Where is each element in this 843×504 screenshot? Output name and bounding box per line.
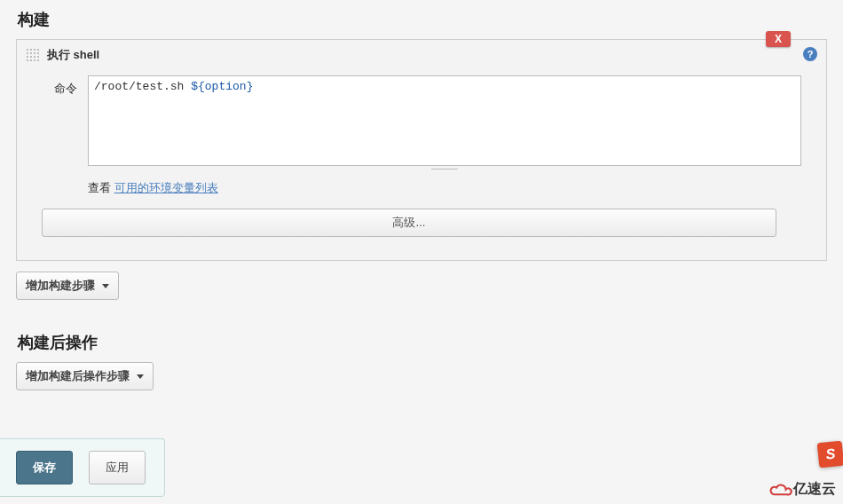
hint-prefix: 查看 [88, 181, 114, 194]
add-post-build-step-label: 增加构建后操作步骤 [26, 368, 130, 384]
save-bar: 保存 应用 [0, 438, 165, 497]
build-step-title: 执行 shell [47, 47, 99, 63]
env-vars-link[interactable]: 可用的环境变量列表 [114, 181, 218, 194]
brand-text: 亿速云 [793, 480, 836, 499]
command-input[interactable]: /root/test.sh ${option} [88, 75, 801, 166]
command-text-plain: /root/test.sh [94, 80, 191, 93]
command-label: 命令 [42, 75, 77, 97]
add-build-step-dropdown[interactable]: 增加构建步骤 [16, 272, 119, 300]
command-row: 命令 /root/test.sh ${option} [42, 75, 801, 166]
add-build-step-label: 增加构建步骤 [26, 278, 95, 294]
advanced-button[interactable]: 高级... [42, 209, 776, 237]
build-section-title: 构建 [0, 0, 843, 39]
chevron-down-icon [137, 374, 144, 379]
chevron-down-icon [102, 284, 109, 288]
apply-button[interactable]: 应用 [89, 451, 146, 484]
cloud-icon [768, 483, 790, 497]
page-root: 构建 X 执行 shell ? 命令 /root/test.sh ${optio… [0, 0, 843, 390]
command-text-variable: ${option} [191, 80, 253, 93]
build-section-body: X 执行 shell ? 命令 /root/test.sh ${option} … [16, 39, 827, 261]
save-button[interactable]: 保存 [16, 451, 73, 484]
brand-logo[interactable]: 亿速云 [768, 480, 836, 499]
textarea-resize-handle[interactable] [88, 166, 801, 171]
help-icon[interactable]: ? [803, 47, 817, 61]
post-build-section-title: 构建后操作 [0, 323, 843, 362]
floating-badge[interactable]: S [817, 441, 843, 469]
build-step-shell: X 执行 shell ? 命令 /root/test.sh ${option} … [16, 39, 827, 261]
add-post-build-step-dropdown[interactable]: 增加构建后操作步骤 [16, 362, 154, 390]
build-step-content: 命令 /root/test.sh ${option} 查看 可用的环境变量列表 … [17, 70, 826, 260]
env-vars-hint: 查看 可用的环境变量列表 [88, 180, 801, 196]
drag-handle-icon[interactable] [26, 48, 40, 62]
build-step-header[interactable]: 执行 shell ? [17, 40, 826, 70]
